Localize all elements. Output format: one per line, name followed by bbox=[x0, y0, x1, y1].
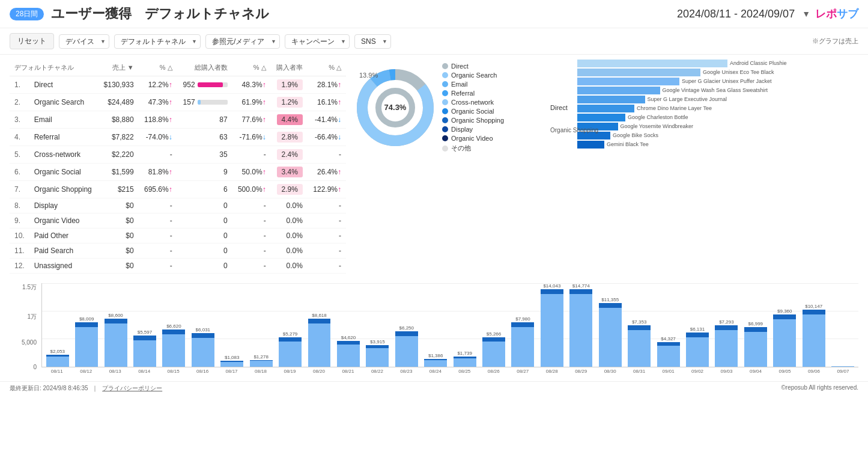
legend-dot bbox=[442, 72, 448, 78]
funnel-product-label: Super G Glacier Unisex Puffer Jacket bbox=[682, 78, 771, 84]
page-title: ユーザー獲得 デフォルトチャネル bbox=[51, 5, 677, 23]
bar-group: $3,915 bbox=[363, 283, 392, 367]
rank-cell: 4. bbox=[10, 129, 29, 146]
channel-cell: Paid Other bbox=[29, 228, 98, 244]
channel-select-wrapper[interactable]: デフォルトチャネル bbox=[114, 34, 201, 49]
rank-cell: 11. bbox=[10, 244, 29, 259]
rank-cell: 8. bbox=[10, 198, 29, 213]
bar-stack bbox=[395, 331, 418, 367]
legend-item: Cross-network bbox=[442, 99, 504, 106]
rank-cell: 2. bbox=[10, 94, 29, 111]
bar-value-label: $2,053 bbox=[50, 349, 64, 354]
x-label: 08/11 bbox=[43, 369, 71, 374]
bar-stack bbox=[105, 319, 127, 367]
bar-stack bbox=[569, 289, 592, 367]
buyers-pct-cell: - bbox=[232, 198, 271, 213]
sales-cell: $2,220 bbox=[98, 146, 138, 164]
legend-label: その他 bbox=[451, 144, 471, 153]
x-label: 09/05 bbox=[771, 369, 799, 374]
x-label: 08/24 bbox=[421, 369, 449, 374]
bar-group: $9,360 bbox=[771, 283, 799, 367]
table-row: 11. Paid Search $0 - 0 - 0.0% - bbox=[10, 244, 346, 259]
bar-stack bbox=[192, 333, 214, 367]
buyers-cell: 952 bbox=[177, 76, 232, 94]
data-table-section: デフォルトチャネル 売上 ▼ % △ 総購入者数 % △ 購入者率 % △ 1.… bbox=[10, 60, 346, 274]
table-row: 7. Organic Shopping $215 695.6%↑ 6 500.0… bbox=[10, 181, 346, 198]
campaign-select[interactable]: キャンペーン bbox=[285, 34, 350, 49]
funnel-product-label: Android Classic Plushie bbox=[730, 60, 787, 66]
rate-pct-cell: 28.1%↑ bbox=[308, 76, 346, 94]
rate-pct-cell: - bbox=[308, 198, 346, 213]
sns-select[interactable]: SNS bbox=[354, 34, 391, 49]
bar-group: $1,278 bbox=[247, 283, 275, 367]
rate-cell: 0.0% bbox=[271, 228, 308, 244]
campaign-select-wrapper[interactable]: キャンペーン bbox=[285, 34, 350, 49]
bar-group: $7,293 bbox=[712, 283, 741, 367]
legend-item: Organic Video bbox=[442, 135, 504, 142]
sales-pct-cell: 12.2%↑ bbox=[139, 76, 177, 94]
table-row: 8. Display $0 - 0 - 0.0% - bbox=[10, 198, 346, 213]
legend-item: Organic Social bbox=[442, 108, 504, 115]
bar-stack bbox=[715, 325, 738, 367]
rate-cell: 2.8% bbox=[271, 129, 308, 146]
legend-label: Display bbox=[451, 126, 473, 133]
legend-dot bbox=[442, 99, 448, 105]
legend-item: Referral bbox=[442, 90, 504, 97]
sales-cell: $7,822 bbox=[98, 129, 138, 146]
y-mid-label: 1万 bbox=[10, 313, 37, 321]
rate-pct-cell: 122.9%↑ bbox=[308, 181, 346, 198]
privacy-link[interactable]: プライバシーポリシー bbox=[102, 385, 162, 391]
col-channel: デフォルトチャネル bbox=[10, 60, 98, 76]
channel-cell: Email bbox=[29, 111, 98, 129]
bar-value-label: $1,278 bbox=[253, 354, 268, 360]
rate-pct-cell: - bbox=[308, 244, 346, 259]
bar-group: $5,266 bbox=[479, 283, 508, 367]
bar-stack bbox=[162, 329, 185, 367]
bar-group: $14,043 bbox=[538, 283, 566, 367]
buyers-pct-cell: - bbox=[232, 244, 271, 259]
chart-section: 74.3% 13.9% DirectOrganic SearchEmailRef… bbox=[353, 60, 858, 274]
x-label: 09/03 bbox=[712, 369, 741, 374]
buyers-pct-cell: - bbox=[232, 259, 271, 274]
buyers-cell: 0 bbox=[177, 259, 232, 274]
main-content: デフォルトチャネル 売上 ▼ % △ 総購入者数 % △ 購入者率 % △ 1.… bbox=[0, 55, 868, 278]
bar-group: $8,618 bbox=[305, 283, 333, 367]
funnel-organic-shopping-label: Organic Shopping bbox=[550, 127, 598, 133]
rate-cell: 4.4% bbox=[271, 111, 308, 129]
sales-cell: $0 bbox=[98, 228, 138, 244]
rank-cell: 5. bbox=[10, 146, 29, 164]
source-select-wrapper[interactable]: 参照元/メディア bbox=[205, 34, 280, 49]
col-rate: 購入者率 bbox=[271, 60, 308, 76]
col-sales[interactable]: 売上 ▼ bbox=[98, 60, 138, 76]
buyers-cell: 9 bbox=[177, 164, 232, 181]
funnel-product-label: Google Yosemite Windbreaker bbox=[621, 123, 694, 129]
sns-select-wrapper[interactable]: SNS bbox=[354, 34, 391, 49]
source-select[interactable]: 参照元/メディア bbox=[205, 34, 280, 49]
device-select-wrapper[interactable]: デバイス bbox=[59, 34, 109, 49]
bar-value-label: $14,043 bbox=[543, 283, 560, 289]
bar-value-label: $1,083 bbox=[225, 355, 239, 360]
bar-stack bbox=[279, 337, 302, 367]
bar-value-label: $4,327 bbox=[661, 336, 675, 342]
channel-cell: Unassigned bbox=[29, 259, 98, 274]
dropdown-arrow-icon[interactable]: ▼ bbox=[802, 9, 810, 19]
rate-pct-cell: - bbox=[308, 146, 346, 164]
channel-select[interactable]: デフォルトチャネル bbox=[114, 34, 201, 49]
legend-item: Organic Shopping bbox=[442, 117, 504, 124]
bar-value-label: $8,618 bbox=[312, 313, 326, 318]
rate-pct-cell: - bbox=[308, 259, 346, 274]
bar-group: $6,999 bbox=[741, 283, 769, 367]
reset-button[interactable]: リセット bbox=[10, 33, 54, 49]
funnel-bar bbox=[577, 78, 679, 85]
sales-pct-cell: - bbox=[139, 244, 177, 259]
sales-pct-cell: - bbox=[139, 198, 177, 213]
sales-pct-cell: -74.0%↓ bbox=[139, 129, 177, 146]
bar-stack bbox=[831, 366, 854, 367]
rate-pct-cell: - bbox=[308, 213, 346, 228]
bar-stack bbox=[541, 289, 563, 367]
device-select[interactable]: デバイス bbox=[59, 34, 109, 49]
sales-pct-cell: - bbox=[139, 213, 177, 228]
x-label: 09/01 bbox=[654, 369, 682, 374]
x-label: 08/21 bbox=[334, 369, 362, 374]
channel-cell: Paid Search bbox=[29, 244, 98, 259]
